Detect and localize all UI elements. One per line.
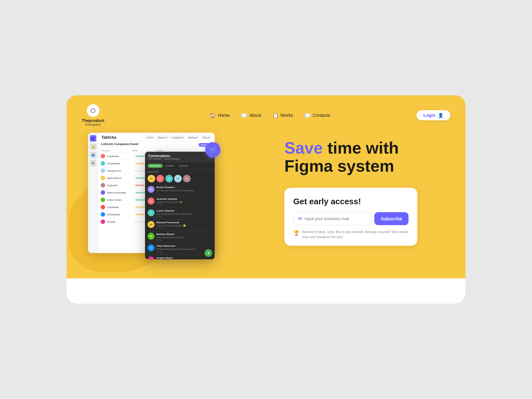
chat-item-avatar: EP [148,221,155,228]
chat-item-avatar: JG [148,198,155,205]
chat-title: Conversations [148,154,180,158]
navbar: ⬡ Theproduct Subcaption 🏠 Home ✉️ About … [66,95,466,126]
chat-tabs: Messages Contacts Archived [145,162,215,169]
chat-item-time: 16 Aug [156,251,212,253]
dash-sidebar: ⊞ 🔔 👥 ⚙ [88,133,98,253]
chat-avatar-2: To [156,175,164,182]
chat-tab-messages[interactable]: Messages [148,164,163,168]
row-avatar [101,154,105,158]
chat-item-content: Jeanette Gottlieb Ahahah, that's a choic… [156,198,212,206]
chat-tab-archived[interactable]: Archived [177,164,190,168]
bottom-white-section [66,278,466,304]
row-avatar [101,198,105,202]
login-button[interactable]: Login 👤 [416,110,450,120]
email-icon: ✉ [298,216,302,222]
chat-item-name: Toby Halvorson [156,244,212,247]
row-avatar [101,190,105,195]
chat-item-msg: Sure, just purchase and GO [156,236,212,239]
brand-name: Theproduct [82,118,104,123]
chat-item-msg: You are now connected on Messenger. [156,189,212,192]
chat-item-msg: Amazing digital product to boost a work. [156,248,212,250]
row-avatar [101,205,105,209]
filter-billing[interactable]: Billing ▾ [187,136,199,140]
chat-item[interactable]: EP Edward Powlowski Cool. See you on mon… [145,219,215,231]
chat-item[interactable]: JG Jeanette Gottlieb Ahahah, that's a ch… [145,196,215,208]
chat-item-avatar: BP [148,186,155,193]
dash-title: Tablicka [101,135,116,140]
chat-header: Conversations 154 members · 2,198 messag… [145,152,215,162]
subscribe-label: Subscribe [381,216,402,221]
dash-sidebar-icon-3: 👥 [90,152,96,158]
chat-item-avatar: TH [148,244,155,251]
chat-item-time: 37 Sep [156,227,212,229]
status-badge: No status [134,221,142,223]
hero-line3: Figma system [284,157,394,175]
chat-item-time: 16s [156,192,212,194]
email-input-wrap: ✉ [293,212,372,225]
main-card: ⬡ Theproduct Subcaption 🏠 Home ✉️ About … [66,95,466,304]
chat-tab-contacts[interactable]: Contacts [163,164,177,168]
filter-tech[interactable]: Tech ▾ [200,136,212,140]
row-avatar [101,176,105,180]
nav-contacts-label: Contacts [313,113,330,118]
nav-works[interactable]: 📋 Works [272,112,293,118]
row-name: ChurkedData [107,162,132,165]
works-icon: 📋 [272,112,279,118]
row-name: Crazyheads [107,206,132,208]
chat-item-avatar: AM [148,256,155,259]
hero-accent: Save [284,139,323,157]
brand-icon: ⬡ [87,104,99,117]
subscribe-button[interactable]: Subscribe [374,212,408,225]
hero-title: Save time with Figma system [284,139,450,175]
chat-item[interactable]: BB Barbara Blutan Sure, just purchase an… [145,231,215,243]
chat-item[interactable]: TH Toby Halvorson Amazing digital produc… [145,243,215,255]
trophy-icon: 🏆 [293,230,300,237]
row-avatar [101,183,105,187]
filter-list[interactable]: List ▾ [145,136,155,140]
main-content: ⊞ 🔔 👥 ⚙ Tablicka List ▾ Status ▾ Locatio… [66,126,466,266]
chat-item[interactable]: LV Louie Volkman You should try iOS kit … [145,208,215,219]
chat-mockup: Conversations 154 members · 2,198 messag… [145,152,215,259]
chat-item-msg: You should try iOS kit for Figma now! [156,212,212,215]
row-avatar [101,212,105,217]
chat-item-content: Louie Volkman You should try iOS kit for… [156,209,212,218]
chat-item-name: Angela Mayer [156,256,212,259]
chat-item-time: 35 Sep [156,216,212,218]
chat-item[interactable]: BP Birdie Powders You are now connected … [145,184,215,196]
nav-about[interactable]: ✉️ About [241,112,261,118]
nav-contacts[interactable]: ✉️ Contacts [304,112,330,118]
row-name: Shruelift [107,221,132,223]
filter-location[interactable]: Location ▾ [170,136,185,140]
chat-item-content: Barbara Blutan Sure, just purchase and G… [156,233,212,241]
chat-item-name: Jeanette Gottlieb [156,198,212,200]
chat-avatar-1: Fe [148,175,155,182]
chat-avatar-3: Ed [165,175,173,182]
email-input[interactable] [305,216,367,221]
nav-about-label: About [249,113,261,118]
chat-item-name: Edward Powlowski [156,221,212,224]
chat-item-msg: Cool. See you on monday. 😊 [156,224,212,227]
dash-count: 1,339,231 Companies found [101,142,138,146]
row-avatar [101,219,105,224]
dash-sidebar-icon-1: ⊞ [90,135,96,142]
filter-status[interactable]: Status ▾ [156,136,169,140]
cart-icon[interactable]: 🛒 [205,142,220,157]
nav-home[interactable]: 🏠 Home [210,112,230,118]
user-icon: 👤 [438,113,443,118]
chat-item-name: Louie Volkman [156,209,212,212]
chat-active-label: Active Now [145,169,215,174]
chat-item-content: Birdie Powders You are now connected on … [156,186,212,194]
chat-item[interactable]: AM Angela Mayer Hahaha, that's a real th… [145,255,215,259]
chat-item-content: Angela Mayer Hahaha, that's a real thing [156,256,212,259]
row-avatar [101,161,105,166]
row-avatar [101,168,105,173]
contacts-icon: ✉️ [304,112,311,118]
form-card: Get early access! ✉ Subscribe 🏆 Record t… [284,188,417,246]
row-name: ChurkedData [107,213,132,216]
chat-item-avatar: LV [148,209,155,216]
row-name: Dotka Incorporated [107,192,132,194]
add-conversation-button[interactable]: + [205,249,212,257]
nav-home-label: Home [218,113,230,118]
dash-sidebar-icon-4: ⚙ [90,160,96,166]
chat-item-time: 29 Sep [156,204,212,206]
